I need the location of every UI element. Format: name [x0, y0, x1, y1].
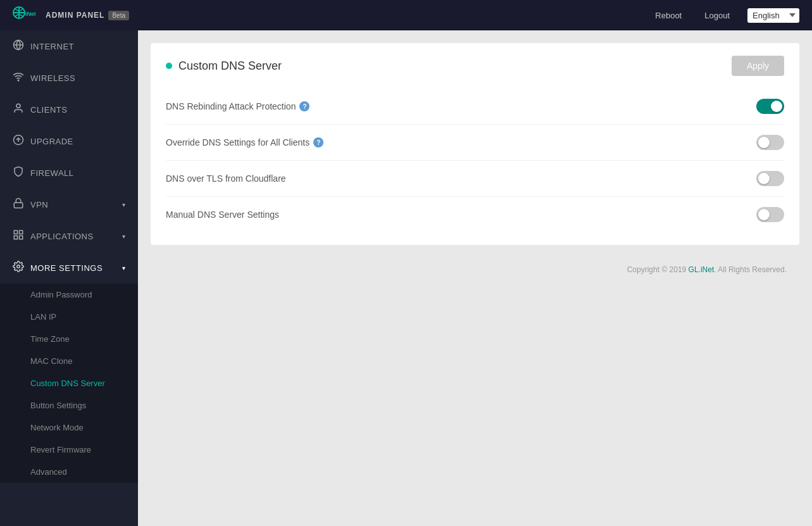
vpn-icon: [13, 197, 24, 211]
more-settings-icon: [13, 261, 24, 275]
setting-label-dns-rebinding: DNS Rebinding Attack Protection?: [166, 101, 309, 111]
toggle-dns-over-tls[interactable]: [756, 171, 784, 186]
sidebar-item-internet-label: INTERNET: [30, 42, 74, 51]
svg-rect-11: [14, 230, 17, 234]
firewall-icon: [13, 166, 24, 180]
upgrade-icon: [13, 134, 24, 148]
sidebar-item-upgrade-label: UPGRADE: [30, 137, 73, 146]
setting-row-dns-over-tls: DNS over TLS from Cloudflare: [166, 161, 784, 197]
more-settings-arrow-icon: ▾: [122, 265, 126, 272]
sidebar-item-firewall[interactable]: FIREWALL: [0, 157, 138, 189]
setting-label-manual-dns: Manual DNS Server Settings: [166, 210, 279, 220]
submenu-item-mac-clone[interactable]: MAC Clone: [0, 350, 138, 372]
clients-icon: [13, 103, 24, 116]
submenu-item-network-mode[interactable]: Network Mode: [0, 416, 138, 439]
sidebar-item-applications-label: APPLICATIONS: [30, 232, 94, 241]
sidebar-item-wireless-label: WIRELESS: [30, 73, 75, 83]
sidebar-item-clients-label: CLIENTS: [30, 105, 67, 115]
svg-rect-13: [20, 236, 23, 239]
toggle-dns-rebinding[interactable]: [756, 99, 784, 114]
svg-rect-14: [14, 236, 17, 239]
app-body: INTERNET WIRELESS CLIENTS UPGRADE FIREWA…: [0, 30, 812, 526]
submenu-item-lan-ip[interactable]: LAN IP: [0, 306, 138, 328]
submenu-item-revert-firmware[interactable]: Revert Firmware: [0, 439, 138, 461]
sidebar-item-firewall-label: FIREWALL: [30, 168, 74, 178]
language-select[interactable]: English 中文 Deutsch Français: [747, 8, 799, 23]
sidebar: INTERNET WIRELESS CLIENTS UPGRADE FIREWA…: [0, 30, 138, 526]
toggle-slider-override-dns: [756, 135, 784, 150]
sidebar-item-more-settings[interactable]: MORE SETTINGS ▾: [0, 252, 138, 284]
toggle-slider-dns-rebinding: [756, 99, 784, 114]
svg-rect-12: [20, 230, 23, 234]
submenu-item-button-settings[interactable]: Button Settings: [0, 394, 138, 416]
footer: Copyright © 2019 GL.iNet. All Rights Res…: [151, 258, 799, 282]
sidebar-item-upgrade[interactable]: UPGRADE: [0, 125, 138, 157]
beta-badge: Beta: [108, 11, 129, 20]
submenu-item-time-zone[interactable]: Time Zone: [0, 328, 138, 350]
header: iNet ADMIN PANEL Beta Reboot Logout Engl…: [0, 0, 812, 30]
submenu-item-admin-password[interactable]: Admin Password: [0, 284, 138, 306]
setting-text-override-dns: Override DNS Settings for All Clients: [166, 137, 309, 147]
internet-icon: [13, 39, 24, 53]
sidebar-item-more-settings-label: MORE SETTINGS: [30, 263, 103, 273]
toggle-override-dns[interactable]: [756, 135, 784, 150]
svg-point-6: [18, 80, 19, 81]
sidebar-item-clients[interactable]: CLIENTS: [0, 94, 138, 125]
sidebar-item-applications[interactable]: APPLICATIONS ▾: [0, 220, 138, 252]
setting-label-override-dns: Override DNS Settings for All Clients?: [166, 137, 323, 147]
svg-point-7: [16, 104, 20, 108]
apply-button[interactable]: Apply: [732, 56, 784, 76]
more-settings-submenu: Admin Password LAN IP Time Zone MAC Clon…: [0, 284, 138, 483]
svg-point-15: [17, 265, 20, 268]
svg-text:iNet: iNet: [25, 11, 35, 17]
submenu-item-custom-dns-server[interactable]: Custom DNS Server: [0, 372, 138, 394]
sidebar-item-wireless[interactable]: WIRELESS: [0, 62, 138, 94]
sidebar-item-vpn-label: VPN: [30, 200, 48, 210]
card-title-row: Custom DNS Server: [166, 59, 282, 73]
svg-rect-10: [14, 203, 23, 208]
applications-arrow-icon: ▾: [122, 233, 126, 240]
applications-icon: [13, 229, 24, 243]
status-dot: [166, 63, 172, 69]
setting-text-dns-over-tls: DNS over TLS from Cloudflare: [166, 173, 286, 184]
setting-label-dns-over-tls: DNS over TLS from Cloudflare: [166, 173, 286, 184]
settings-rows: DNS Rebinding Attack Protection?Override…: [166, 89, 784, 232]
toggle-slider-dns-over-tls: [756, 171, 784, 186]
logout-button[interactable]: Logout: [699, 8, 735, 23]
reboot-button[interactable]: Reboot: [650, 8, 687, 23]
setting-row-dns-rebinding: DNS Rebinding Attack Protection?: [166, 89, 784, 125]
toggle-slider-manual-dns: [756, 207, 784, 222]
wireless-icon: [13, 71, 24, 85]
card-header: Custom DNS Server Apply: [166, 56, 784, 76]
setting-row-manual-dns: Manual DNS Server Settings: [166, 197, 784, 232]
sidebar-item-vpn[interactable]: VPN ▾: [0, 189, 138, 220]
help-icon-override-dns[interactable]: ?: [313, 137, 323, 147]
logo: iNet: [13, 6, 35, 24]
toggle-manual-dns[interactable]: [756, 207, 784, 222]
brand-label: ADMIN PANEL: [46, 11, 104, 20]
custom-dns-card: Custom DNS Server Apply DNS Rebinding At…: [151, 43, 799, 245]
help-icon-dns-rebinding[interactable]: ?: [299, 101, 309, 111]
setting-row-override-dns: Override DNS Settings for All Clients?: [166, 125, 784, 161]
main-content: Custom DNS Server Apply DNS Rebinding At…: [138, 30, 812, 526]
sidebar-item-internet[interactable]: INTERNET: [0, 30, 138, 62]
card-title: Custom DNS Server: [178, 59, 282, 73]
vpn-arrow-icon: ▾: [122, 201, 126, 208]
setting-text-manual-dns: Manual DNS Server Settings: [166, 210, 279, 220]
submenu-item-advanced[interactable]: Advanced: [0, 461, 138, 483]
setting-text-dns-rebinding: DNS Rebinding Attack Protection: [166, 101, 296, 111]
footer-link[interactable]: GL.iNet: [689, 265, 715, 274]
footer-text: Copyright © 2019 GL.iNet. All Rights Res…: [627, 265, 787, 274]
